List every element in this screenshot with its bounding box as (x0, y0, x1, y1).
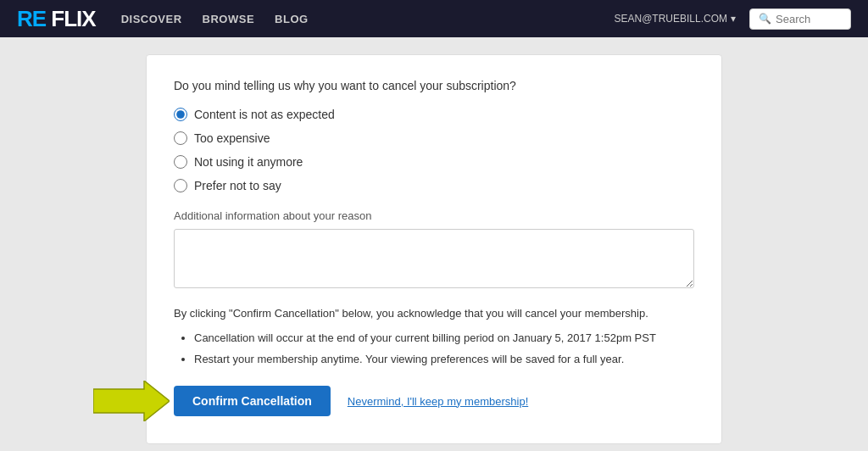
arrow-icon (93, 381, 170, 421)
user-email-label: SEAN@TRUEBILL.COM (614, 13, 727, 25)
nav-browse[interactable]: BROWSE (203, 13, 255, 25)
radio-label-prefer-not: Prefer not to say (194, 179, 281, 192)
svg-marker-0 (93, 381, 170, 421)
arrow-indicator (93, 381, 170, 421)
acknowledgment-text: By clicking "Confirm Cancellation" below… (174, 306, 694, 321)
confirm-cancellation-button[interactable]: Confirm Cancellation (174, 386, 331, 416)
keep-membership-link[interactable]: Nevermind, I'll keep my membership! (348, 395, 528, 408)
radio-prefer-not[interactable]: Prefer not to say (174, 179, 694, 192)
header-right: SEAN@TRUEBILL.COM ▾ 🔍 (614, 8, 851, 30)
radio-label-content: Content is not as expected (194, 108, 335, 121)
main-nav: DISCOVER BROWSE BLOG (121, 13, 589, 25)
additional-info-label: Additional information about your reason (174, 209, 694, 222)
radio-too-expensive[interactable]: Too expensive (174, 131, 694, 145)
bullet-item-1: Cancellation will occur at the end of yo… (194, 330, 694, 347)
dropdown-arrow-icon: ▾ (731, 13, 736, 25)
radio-input-expensive[interactable] (174, 131, 187, 145)
user-email-menu[interactable]: SEAN@TRUEBILL.COM ▾ (614, 13, 736, 25)
radio-label-not-using: Not using it anymore (194, 155, 303, 169)
logo[interactable]: RE FLIX (17, 6, 96, 32)
logo-prefix: RE (17, 6, 46, 31)
radio-group: Content is not as expected Too expensive… (174, 108, 694, 192)
additional-info-textarea[interactable] (174, 229, 694, 288)
radio-input-not-using[interactable] (174, 155, 187, 169)
radio-label-expensive: Too expensive (194, 131, 270, 145)
nav-blog[interactable]: BLOG (275, 13, 309, 25)
nav-discover[interactable]: DISCOVER (121, 13, 182, 25)
logo-suffix: FLIX (46, 6, 96, 31)
action-row: Confirm Cancellation Nevermind, I'll kee… (174, 386, 694, 416)
radio-input-content[interactable] (174, 108, 187, 121)
header: RE FLIX DISCOVER BROWSE BLOG SEAN@TRUEBI… (0, 0, 868, 37)
search-box: 🔍 (749, 8, 851, 30)
radio-input-prefer-not[interactable] (174, 179, 187, 192)
radio-not-using[interactable]: Not using it anymore (174, 155, 694, 169)
search-icon: 🔍 (759, 13, 771, 25)
search-input[interactable] (776, 13, 848, 25)
main-content: Do you mind telling us why you want to c… (0, 37, 868, 451)
bullet-list: Cancellation will occur at the end of yo… (174, 330, 694, 367)
radio-content-not-expected[interactable]: Content is not as expected (174, 108, 694, 121)
cancel-card: Do you mind telling us why you want to c… (146, 54, 722, 444)
cancel-question: Do you mind telling us why you want to c… (174, 79, 694, 92)
bullet-item-2: Restart your membership anytime. Your vi… (194, 351, 694, 368)
